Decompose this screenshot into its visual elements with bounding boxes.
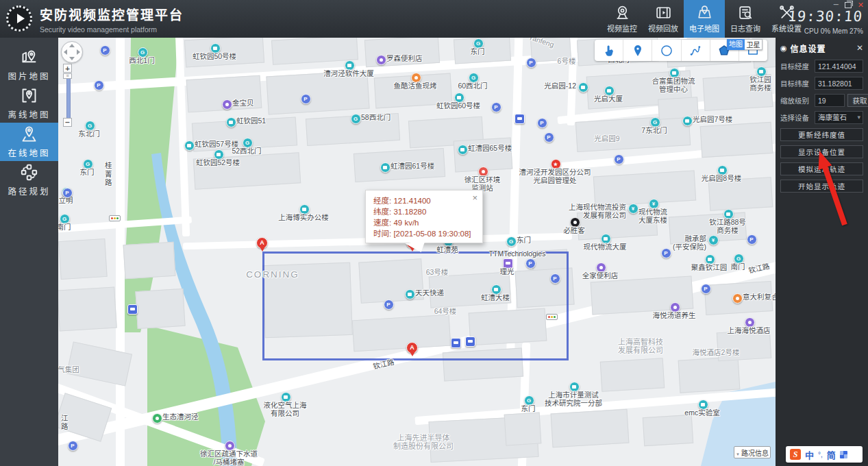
parking-icon[interactable]: P [94, 80, 104, 90]
panel-close-icon[interactable]: ✕ [856, 43, 863, 53]
nav-video-playback[interactable]: 视频回放 [643, 0, 684, 38]
map-canvas[interactable]: G西北1门G东北门G东门G52西北门G60西北门G58西北门G7东北门G西北门G… [58, 38, 776, 466]
poi-icon[interactable]: ¥ [628, 204, 638, 214]
gate-icon[interactable]: G [506, 236, 517, 247]
sidebar-item-picture-map[interactable]: 图片地图 [0, 46, 58, 84]
parking-icon[interactable]: P [544, 132, 554, 143]
device-dropdown[interactable]: 海康萤石 [815, 111, 863, 124]
parking-icon[interactable]: P [747, 234, 757, 245]
poi-icon[interactable] [376, 55, 386, 65]
poi-icon[interactable] [222, 99, 232, 110]
ime-punctuation[interactable]: °, [818, 451, 823, 458]
parking-icon[interactable]: P [68, 441, 78, 451]
gate-icon[interactable]: G [351, 114, 361, 124]
parking-icon[interactable]: P [526, 58, 536, 68]
parking-icon[interactable]: P [491, 102, 501, 112]
track-point-marker[interactable]: A [256, 237, 269, 254]
bus-stop-icon[interactable] [465, 336, 475, 347]
toggle-map-view[interactable]: 地图 [727, 39, 745, 50]
panel-header: ◉ 信息设置 ✕ [780, 42, 863, 54]
get-button[interactable]: 获取 [847, 94, 868, 107]
bus-stop-icon[interactable] [127, 304, 138, 315]
parking-icon[interactable]: P [301, 94, 311, 104]
poi-label: 全家便利店 [582, 272, 619, 280]
road-label: 江路 [60, 415, 68, 432]
parking-icon[interactable]: P [525, 258, 536, 269]
ime-chinese-mode[interactable]: 中 [805, 448, 814, 461]
hand-icon [602, 44, 616, 58]
toggle-satellite-view[interactable]: 卫星 [745, 39, 762, 50]
nav-log-query[interactable]: 日志查询 [725, 0, 766, 38]
parking-icon[interactable]: P [614, 154, 624, 164]
nav-emap[interactable]: 电子地图 [684, 0, 725, 38]
poi-icon[interactable]: ¥ [708, 235, 719, 245]
zoom-slider-handle[interactable] [63, 73, 72, 79]
poi-label: 东门 [521, 405, 536, 413]
poi-icon[interactable] [380, 162, 390, 173]
ime-simplified[interactable]: 简 [827, 448, 836, 461]
simulate-track-button[interactable]: 模拟运动轨迹 [780, 162, 863, 175]
sidebar-item-online-map[interactable]: 在线地图 [0, 123, 58, 161]
zoom-level-input[interactable] [815, 94, 845, 107]
poi-icon[interactable] [152, 413, 162, 424]
app-title-block: 安防视频监控管理平台 Security video management pla… [40, 5, 184, 34]
tool-hand[interactable] [595, 40, 623, 61]
update-latlng-button[interactable]: 更新经纬度值 [780, 128, 863, 141]
poi-icon[interactable] [458, 145, 468, 155]
close-button[interactable]: ✕ [858, 1, 864, 8]
ime-logo-icon[interactable]: S [790, 449, 801, 460]
ime-bar[interactable]: S 中 °, 简 [786, 446, 863, 463]
poi-icon[interactable] [184, 140, 195, 151]
poi-icon[interactable] [682, 116, 693, 126]
parking-icon[interactable]: P [661, 248, 671, 258]
popup-close-icon[interactable] [472, 193, 478, 203]
parking-icon[interactable]: P [62, 188, 73, 198]
minimize-button[interactable]: ─ [834, 1, 839, 8]
main-nav: 视频监控 视频回放 电子地图 日志查询 系统设置 [602, 0, 807, 38]
start-show-track-button[interactable]: 开始显示轨迹 [780, 180, 863, 193]
bus-stop-icon[interactable] [451, 338, 461, 348]
popup-latitude: 纬度: 31.18280 [373, 206, 482, 217]
tool-marker[interactable] [623, 40, 652, 61]
poi-icon[interactable] [405, 289, 415, 299]
parking-icon[interactable]: P [550, 273, 560, 284]
mem-usage: Mem 27% [832, 27, 863, 35]
traffic-light-icon[interactable] [546, 314, 558, 320]
poi-label: 现代物流大厦 [584, 243, 627, 252]
map-text-label: 海悦酒店2号楼 [693, 349, 740, 357]
zoom-out-button[interactable]: − [63, 118, 72, 127]
zoom-slider-track[interactable] [66, 73, 71, 120]
show-device-position-button[interactable]: 显示设备位置 [780, 145, 863, 158]
poi-label: 虹钦园51 [236, 117, 266, 125]
tool-polyline[interactable] [682, 40, 710, 61]
map-text-label: 6号楼 [558, 58, 576, 66]
sidebar-item-offline-map[interactable]: 离线地图 [0, 84, 58, 123]
parking-icon[interactable]: P [701, 284, 711, 294]
map-type-toggle: 地图 卫星 [727, 39, 762, 50]
poi-icon[interactable] [578, 82, 588, 93]
zoom-in-button[interactable]: + [63, 64, 72, 73]
map-pan-control[interactable] [61, 41, 83, 63]
tool-circle[interactable] [652, 40, 681, 61]
target-latitude-input[interactable] [815, 77, 863, 90]
nav-video-monitor[interactable]: 视频监控 [602, 0, 643, 38]
poi-label: 漕河泾开发园区分公司 光启园管理处 [519, 169, 591, 184]
track-point-marker[interactable]: A [406, 342, 419, 358]
bus-stop-icon[interactable] [514, 114, 525, 124]
poi-icon[interactable] [732, 293, 743, 304]
map-text-label: 气集团 [58, 366, 79, 374]
field-target-latitude: 目标纬度 [780, 77, 863, 90]
road-label: 桂菁路 [103, 162, 112, 188]
traffic-light-icon[interactable] [109, 215, 121, 221]
parking-icon[interactable]: P [100, 45, 110, 56]
ime-keyboard-icon[interactable] [840, 451, 847, 458]
sidebar-item-route-planning[interactable]: 路径规划 [0, 161, 58, 199]
poi-label: emc实验室 [684, 409, 719, 417]
parking-icon[interactable]: P [384, 299, 394, 310]
parking-icon[interactable]: P [537, 118, 547, 128]
poi-label: 光启园-12 [544, 82, 576, 90]
target-longitude-input[interactable] [815, 60, 863, 73]
restore-button[interactable] [845, 2, 852, 8]
traffic-info-button[interactable]: 路况信息 [734, 446, 771, 458]
poi-icon[interactable] [226, 117, 236, 127]
